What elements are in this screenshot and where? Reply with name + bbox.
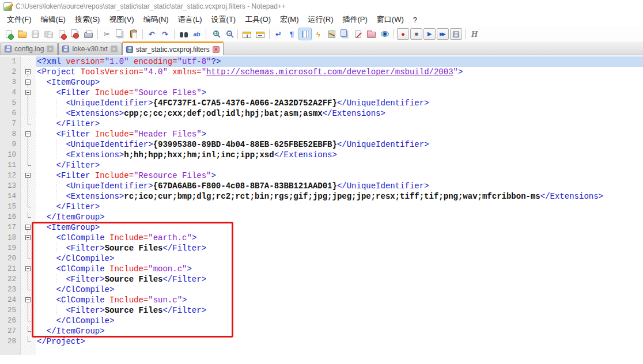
code-line[interactable]: 13 <UniqueIdentifier>{67DA6AB6-F800-4c08… [0,181,643,191]
new-file-button[interactable] [3,28,15,40]
code-line[interactable]: 26 </ClCompile> [0,316,643,326]
fold-margin[interactable] [21,88,36,98]
menu-item-settings[interactable]: 设置(T) [207,13,241,26]
tab-close-icon[interactable]: × [111,46,118,52]
open-file-button[interactable] [16,28,28,40]
code-line[interactable]: 2<Project ToolsVersion="4.0" xmlns="http… [0,67,643,77]
code-line[interactable]: 8 <Filter Include="Header Files"> [0,129,643,139]
macro-play-button[interactable]: ▶ [423,28,436,40]
word-wrap-button[interactable]: ↵ [273,28,285,40]
folder-workspace-button[interactable] [365,28,377,40]
fold-collapse-icon[interactable] [25,79,31,85]
code-line[interactable]: 9 <UniqueIdentifier>{93995380-89BD-4b04-… [0,139,643,150]
menu-item-run[interactable]: 运行(R) [303,13,338,26]
code-line[interactable]: 25 <Filter>Source Files</Filter> [0,305,643,316]
code-line[interactable]: 24 <ClCompile Include="sun.c"> [0,295,643,305]
menu-item-encoding[interactable]: 编码(N) [139,13,173,26]
fold-end [28,285,28,290]
code-line[interactable]: 27 </ItemGroup> [0,326,643,336]
function-list-button[interactable] [352,28,364,40]
code-line[interactable]: 7 </Filter> [0,119,643,129]
tab-loke-v30-txt[interactable]: loke-v30.txt× [58,43,121,55]
code-line[interactable]: 5 <UniqueIdentifier>{4FC737F1-C7A5-4376-… [0,98,643,108]
redo-button[interactable]: ↷ [159,28,171,40]
fold-margin[interactable] [21,233,36,243]
find-button[interactable] [177,28,190,40]
fold-collapse-icon[interactable] [25,90,31,95]
sync-horizontal-button[interactable] [254,28,266,40]
fold-collapse-icon[interactable] [25,131,31,136]
menu-item-language[interactable]: 语言(L) [173,13,207,26]
macro-save-button[interactable] [450,28,462,40]
fold-margin[interactable] [21,264,36,274]
code-line[interactable]: 4 <Filter Include="Source Files"> [0,88,643,98]
menu-item-edit[interactable]: 编辑(E) [36,13,70,26]
menu-item-macro[interactable]: 宏(M) [275,13,304,26]
fold-margin [21,305,36,316]
code-line[interactable]: 14 <Extensions>rc;ico;cur;bmp;dlg;rc2;rc… [0,191,643,202]
code-line[interactable]: 6 <Extensions>cpp;c;cc;cxx;def;odl;idl;h… [0,108,643,119]
cut-button[interactable]: ✂ [101,28,113,40]
tab-close-icon[interactable]: × [47,46,54,52]
fold-margin[interactable] [21,129,36,139]
code-line[interactable]: 11 </Filter> [0,160,643,170]
code-line[interactable]: 23 </ClCompile> [0,285,643,295]
code-line[interactable]: 28</Project> [0,336,643,347]
fold-collapse-icon[interactable] [25,69,31,74]
show-all-chars-button[interactable]: ¶ [286,28,298,40]
close-all-button[interactable] [69,28,81,40]
menu-item-view[interactable]: 视图(V) [104,13,138,26]
menu-item-window[interactable]: 窗口(W) [372,13,409,26]
code-line[interactable]: 1<?xml version="1.0" encoding="utf-8"?> [0,56,643,67]
undo-button[interactable]: ↶ [146,28,158,40]
fold-collapse-icon[interactable] [25,297,31,302]
code-line[interactable]: 3 <ItemGroup> [0,77,643,88]
zoom-out-button[interactable] [222,28,234,40]
menu-item-tools[interactable]: 工具(O) [240,13,275,26]
macro-record-button[interactable]: ● [397,28,409,40]
code-line[interactable]: 15 </Filter> [0,202,643,212]
zoom-in-button[interactable] [209,28,221,40]
tab-star-static-vcxproj-filters[interactable]: star_static.vcxproj.filters× [122,41,224,55]
paste-button[interactable] [127,28,139,40]
code-line[interactable]: 12 <Filter Include="Resource Files"> [0,170,643,181]
fold-margin[interactable] [21,170,36,181]
tab-config-log[interactable]: config.log× [1,43,58,55]
fold-margin[interactable] [21,67,36,77]
editor[interactable]: 1<?xml version="1.0" encoding="utf-8"?>2… [0,55,643,364]
fold-collapse-icon[interactable] [25,235,31,240]
doc-map-button[interactable] [326,28,338,40]
code-line[interactable]: 18 <ClCompile Include="earth.c"> [0,233,643,243]
code-line[interactable]: 17 <ItemGroup> [0,222,643,233]
fold-margin[interactable] [21,222,36,233]
code-line[interactable]: 20 </ClCompile> [0,253,643,264]
menu-item-help[interactable]: ? [409,14,422,26]
fold-margin[interactable] [21,77,36,88]
copy-button[interactable] [114,28,126,40]
code-line[interactable]: 19 <Filter>Source Files</Filter> [0,243,643,253]
code-line[interactable]: 10 <Extensions>h;hh;hpp;hxx;hm;inl;inc;i… [0,150,643,160]
user-language-button[interactable]: ϟ [312,28,324,40]
replace-button[interactable]: ab [191,28,203,40]
macro-run-multiple-button[interactable]: ▶▶ [437,28,449,40]
macro-stop-button[interactable]: ■ [410,28,422,40]
code-line[interactable]: 21 <ClCompile Include="moon.c"> [0,264,643,274]
menu-item-search[interactable]: 搜索(S) [70,13,104,26]
menu-item-plugins[interactable]: 插件(P) [338,13,372,26]
monitoring-button[interactable] [379,28,391,40]
doc-list-button[interactable] [339,28,351,40]
sync-vertical-button[interactable] [241,28,253,40]
print-button[interactable] [82,28,94,40]
close-button[interactable] [56,28,68,40]
menu-item-file[interactable]: 文件(F) [2,13,36,26]
fold-collapse-icon[interactable] [25,173,31,178]
code-line[interactable]: 22 <Filter>Source Files</Filter> [0,274,643,285]
fold-margin[interactable] [21,295,36,305]
titlebar[interactable]: C:\Users\loken\source\repos\star_static\… [0,0,643,13]
indent-guide-button[interactable] [299,28,311,40]
html-preview-button[interactable]: H [468,28,481,40]
tab-close-icon[interactable]: × [213,46,220,53]
fold-collapse-icon[interactable] [25,266,31,271]
fold-collapse-icon[interactable] [25,225,31,230]
code-line[interactable]: 16 </ItemGroup> [0,212,643,222]
